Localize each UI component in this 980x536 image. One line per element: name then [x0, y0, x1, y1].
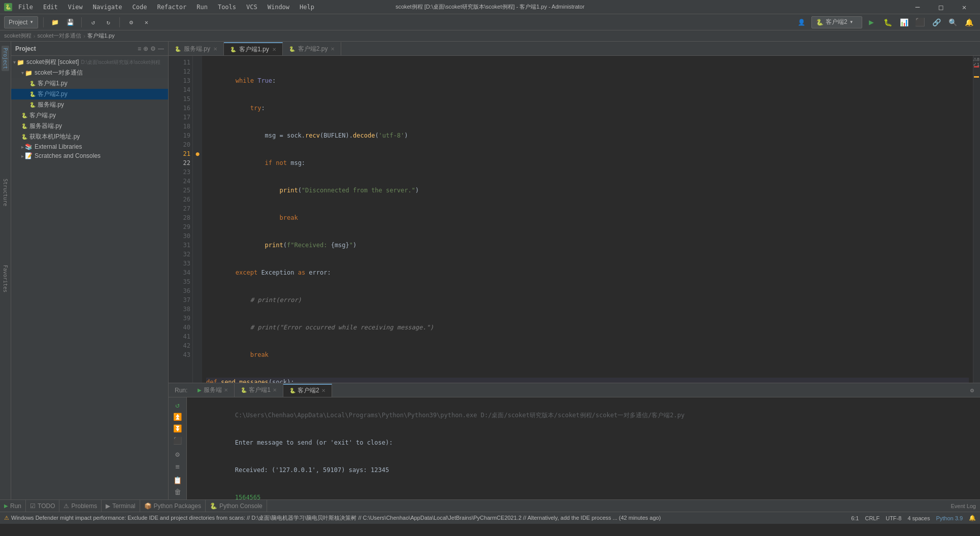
problems-tab[interactable]: ⚠ Problems [59, 500, 102, 512]
run-settings-btn[interactable]: ⚙ [172, 449, 183, 460]
run-configuration-selector[interactable]: 🐍 客户端2 ▼ [811, 16, 862, 28]
app-menu-help[interactable]: Help [296, 1, 318, 13]
tree-item-client1[interactable]: 🐍 客户端1.py [11, 78, 168, 89]
breadcrumb-file[interactable]: 客户端1.py [87, 32, 115, 40]
app-menu-edit[interactable]: Edit [39, 1, 62, 13]
tab-client2-close[interactable]: ✕ [331, 46, 335, 52]
line-num-12: 12 [169, 67, 190, 76]
run-stop-btn[interactable]: ⏫ [172, 411, 183, 422]
open-file-btn[interactable]: 📁 [49, 16, 61, 28]
py-icon-client: 🐍 [21, 113, 27, 118]
project-sidebar-icon[interactable]: Project [2, 46, 9, 71]
project-header-btn-3[interactable]: ⚙ [150, 45, 156, 52]
close-toolbar-btn[interactable]: ✕ [140, 16, 152, 28]
minimize-button[interactable]: ─ [906, 0, 929, 14]
gutter-21-breakpoint[interactable]: ● [193, 149, 202, 158]
settings-btn[interactable]: ⚙ [125, 16, 137, 28]
app-menu-run[interactable]: Run [192, 1, 212, 13]
expand-arrow-multi: ▾ [21, 70, 24, 76]
editor-area: 🐍 服务端.py ✕ 🐍 客户端1.py ✕ 🐍 客户端2.py ✕ 11 12… [169, 42, 980, 499]
close-button[interactable]: ✕ [953, 0, 976, 14]
breadcrumb-folder[interactable]: scoket一对多通信 [37, 32, 81, 40]
python-console-tab[interactable]: 🐍 Python Console [206, 500, 267, 512]
run-btn[interactable]: ▶ [864, 15, 878, 29]
status-line-col[interactable]: 6:1 [851, 515, 859, 521]
tree-item-client2[interactable]: 🐍 客户端2.py [11, 89, 168, 99]
run-list-btn[interactable]: 📋 [172, 475, 183, 485]
tab-server-close[interactable]: ✕ [213, 46, 217, 52]
debug-btn[interactable]: 🐛 [880, 15, 895, 29]
run-scroll-btn[interactable]: 🗑 [172, 487, 183, 497]
terminal-tab[interactable]: ▶ Terminal [102, 500, 140, 512]
app-menu-file[interactable]: File [14, 1, 37, 13]
tree-item-scratches[interactable]: ▸ 📝 Scratches and Consoles [11, 151, 168, 160]
favorites-sidebar-icon[interactable]: Favorites [2, 263, 9, 294]
run-down-btn[interactable]: ⏬ [172, 423, 183, 434]
search-everywhere-btn[interactable]: 🔍 [945, 15, 960, 29]
project-selector[interactable]: Project ▼ [4, 16, 38, 28]
run-tab-server-close[interactable]: ✕ [224, 387, 228, 393]
line-num-18: 18 [169, 122, 190, 131]
run-again-btn[interactable]: ↺ [172, 399, 183, 410]
project-header-btn-2[interactable]: ⊕ [143, 45, 148, 52]
user-icon[interactable]: 👤 [798, 19, 805, 26]
run-with-coverage-btn[interactable]: 📊 [897, 15, 911, 29]
run-tab-client1-close[interactable]: ✕ [273, 387, 277, 393]
todo-tab[interactable]: ☑ TODO [26, 500, 59, 512]
line-num-33: 33 [169, 259, 190, 268]
tree-item-extlibs[interactable]: ▸ 📚 External Libraries [11, 142, 168, 151]
run-tab-client2-close[interactable]: ✕ [321, 388, 325, 393]
app-menu-code[interactable]: Code [128, 1, 151, 13]
python-packages-tab[interactable]: 📦 Python Packages [140, 500, 206, 512]
status-file-enc[interactable]: UTF-8 [886, 515, 901, 521]
tree-item-folder-multi[interactable]: ▾ 📁 scoket一对多通信 [11, 68, 168, 78]
save-btn[interactable]: 💾 [64, 16, 76, 28]
redo-btn[interactable]: ↻ [102, 16, 114, 28]
app-menu-vcs[interactable]: VCS [242, 1, 262, 13]
run-tab-client1[interactable]: 🐍 客户端1 ✕ [235, 384, 283, 397]
app-menu-window[interactable]: Window [264, 1, 293, 13]
stop-run-btn[interactable]: ⬛ [172, 435, 183, 446]
app-menu-navigate[interactable]: Navigate [89, 1, 126, 13]
titlebar: 🐍 File Edit View Navigate Code Refactor … [0, 0, 980, 14]
project-header-btn-1[interactable]: ≡ [138, 45, 141, 52]
tab-client1-close[interactable]: ✕ [272, 47, 276, 52]
run-filter-btn[interactable]: ≡ [172, 461, 183, 472]
breadcrumb-root[interactable]: scoket例程 [4, 32, 31, 40]
app-menu-tools[interactable]: Tools [214, 1, 240, 13]
tab-client1[interactable]: 🐍 客户端1.py ✕ [224, 42, 283, 55]
status-notifications[interactable]: 🔔 [969, 515, 976, 521]
run-tool-tab[interactable]: ▶ Run [0, 500, 26, 512]
window-controls: ─ □ ✕ [906, 0, 976, 14]
chevron-down-icon: ▼ [29, 20, 34, 24]
maximize-button[interactable]: □ [929, 0, 953, 14]
stop-btn[interactable]: ⬛ [913, 15, 927, 29]
tree-item-client[interactable]: 🐍 客户端.py [11, 110, 168, 121]
run-console[interactable]: C:\Users\Chenhao\AppData\Local\Programs\… [187, 397, 980, 499]
run-tab-server[interactable]: ▶ 服务端 ✕ [191, 384, 235, 397]
code-content[interactable]: while True: try: msg = sock.recv(BUFLEN)… [202, 56, 973, 383]
attach-debugger-btn[interactable]: 🔗 [929, 15, 943, 29]
app-menu-view[interactable]: View [64, 1, 87, 13]
tree-label-client: 客户端.py [29, 111, 56, 120]
bottom-tabs: ▶ Run ☑ TODO ⚠ Problems ▶ Terminal 📦 Pyt… [0, 499, 980, 512]
line-num-29: 29 [169, 222, 190, 231]
status-crlf[interactable]: CRLF [865, 515, 879, 521]
run-tab-client2[interactable]: 🐍 客户端2 ✕ [283, 384, 332, 397]
run-panel-settings-btn[interactable]: ⚙ [966, 387, 978, 394]
project-header-btn-4[interactable]: — [158, 45, 164, 52]
app-menu-refactor[interactable]: Refactor [153, 1, 190, 13]
undo-btn[interactable]: ↺ [87, 16, 99, 28]
tab-client2[interactable]: 🐍 客户端2.py ✕ [283, 42, 342, 55]
event-log-btn[interactable]: Event Log [951, 503, 976, 509]
status-python-ver[interactable]: Python 3.9 [936, 515, 963, 521]
notifications-btn[interactable]: 🔔 [962, 15, 976, 29]
structure-sidebar-icon[interactable]: Structure [2, 177, 9, 208]
tree-item-getip[interactable]: 🐍 获取本机IP地址.py [11, 131, 168, 142]
tree-item-root[interactable]: ▾ 📁 scoket例程 [scoket] D:\桌面\scoket研究版本\s… [11, 57, 168, 68]
right-gutter-label[interactable]: ⚠8 ✓1 [973, 57, 979, 67]
status-spaces[interactable]: 4 spaces [907, 515, 930, 521]
tab-server[interactable]: 🐍 服务端.py ✕ [169, 42, 224, 55]
tree-item-server[interactable]: 🐍 服务端.py [11, 99, 168, 110]
tree-item-server2[interactable]: 🐍 服务器端.py [11, 121, 168, 131]
